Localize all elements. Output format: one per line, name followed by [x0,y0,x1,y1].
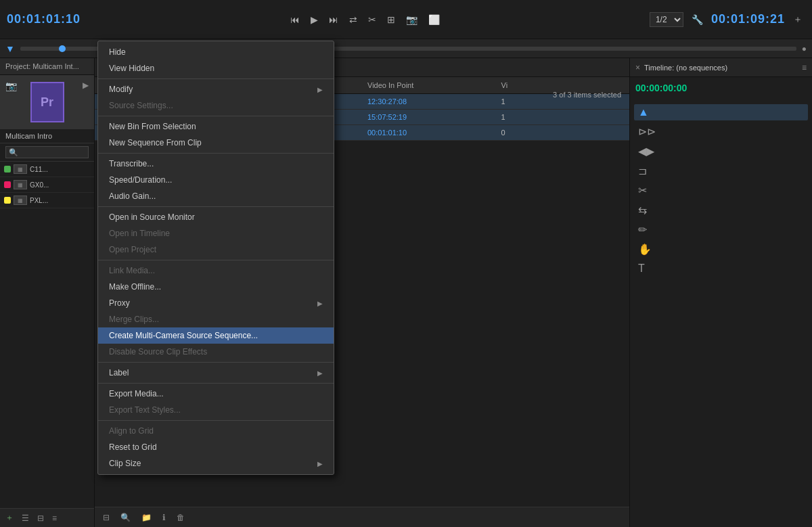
menu-item-label[interactable]: Label ▶ [98,365,334,381]
menu-item-label: Source Settings... [109,101,323,110]
submenu-arrow: ▶ [317,460,323,467]
menu-item-view_hidden[interactable]: View Hidden [98,60,334,76]
menu-item-label: Reset to Grid [109,442,323,452]
menu-item-source_settings: Source Settings... [98,97,334,114]
context-menu-overlay: Hide View Hidden Modify ▶ Source Setting… [0,0,812,527]
menu-item-transcribe[interactable]: Transcribe... [98,156,334,172]
menu-item-clip_size[interactable]: Clip Size ▶ [98,455,334,472]
submenu-arrow: ▶ [317,369,323,377]
menu-item-hide[interactable]: Hide [98,44,334,60]
menu-item-label: Align to Grid [109,426,323,436]
menu-item-disable_source_clip_effects: Disable Source Clip Effects [98,344,334,360]
menu-separator [98,383,334,384]
menu-item-label: Label [109,368,317,377]
menu-item-align_to_grid: Align to Grid [98,423,334,439]
menu-item-label: Proxy [109,298,317,308]
menu-item-open_project: Open Project [98,242,334,258]
menu-separator [98,420,334,421]
menu-item-label: Transcribe... [109,159,323,168]
menu-item-label: Merge Clips... [109,315,323,324]
menu-separator [98,362,334,363]
menu-item-open_in_source_monitor[interactable]: Open in Source Monitor [98,209,334,225]
menu-item-label: Clip Size [109,459,317,468]
menu-item-new_bin_from_selection[interactable]: New Bin From Selection [98,118,334,135]
menu-separator [98,206,334,207]
menu-separator [98,78,334,79]
menu-item-open_in_timeline: Open in Timeline [98,225,334,242]
menu-item-reset_to_grid[interactable]: Reset to Grid [98,439,334,455]
menu-item-label: Open Project [109,245,323,254]
menu-item-proxy[interactable]: Proxy ▶ [98,295,334,311]
menu-item-label: Make Offline... [109,282,323,292]
menu-separator [98,260,334,260]
menu-item-label: New Bin From Selection [109,122,323,131]
submenu-arrow: ▶ [317,86,323,93]
menu-item-speed_duration[interactable]: Speed/Duration... [98,172,334,188]
menu-item-label: Hide [109,47,323,57]
submenu-arrow: ▶ [317,300,323,307]
menu-item-new_sequence_from_clip[interactable]: New Sequence From Clip [98,135,334,151]
menu-separator [98,153,334,154]
menu-item-label: Create Multi-Camera Source Sequence... [109,331,323,340]
menu-item-label: Modify [109,85,317,94]
menu-item-label: Link Media... [109,266,323,275]
menu-separator [98,116,334,116]
menu-item-label: Open in Timeline [109,229,323,238]
menu-item-merge_clips: Merge Clips... [98,311,334,327]
menu-item-label: Speed/Duration... [109,175,323,185]
menu-item-label: Audio Gain... [109,191,323,201]
menu-item-export_media[interactable]: Export Media... [98,386,334,402]
menu-item-label: New Sequence From Clip [109,138,323,147]
menu-item-export_text_styles: Export Text Styles... [98,402,334,418]
menu-item-label: Disable Source Clip Effects [109,347,323,357]
menu-item-link_media: Link Media... [98,262,334,279]
menu-item-label: View Hidden [109,64,323,73]
menu-item-label: Export Text Styles... [109,405,323,415]
menu-item-create_multicam[interactable]: Create Multi-Camera Source Sequence... [98,327,334,344]
menu-item-make_offline[interactable]: Make Offline... [98,279,334,295]
menu-item-label: Open in Source Monitor [109,212,323,222]
context-menu: Hide View Hidden Modify ▶ Source Setting… [97,41,334,475]
menu-item-audio_gain[interactable]: Audio Gain... [98,188,334,204]
menu-item-modify[interactable]: Modify ▶ [98,81,334,97]
menu-item-label: Export Media... [109,389,323,398]
